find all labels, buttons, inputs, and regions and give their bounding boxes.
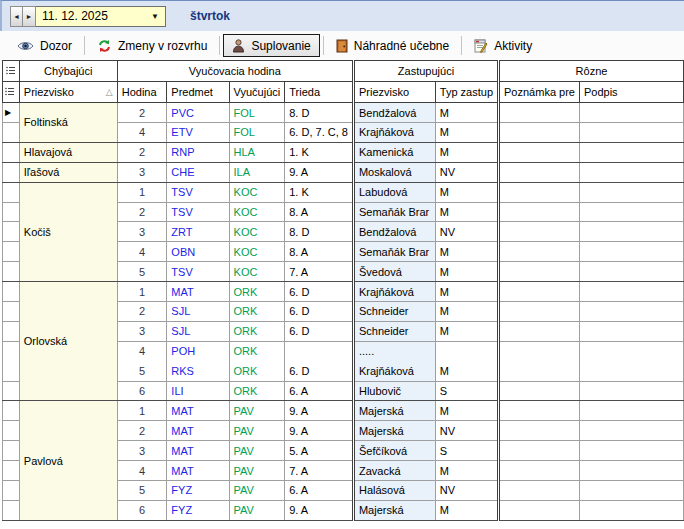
signature-cell[interactable]: [579, 381, 683, 401]
subst-type-cell[interactable]: M: [435, 500, 498, 520]
subject-cell[interactable]: MAT: [167, 282, 229, 302]
subject-cell[interactable]: MAT: [167, 421, 229, 441]
note-cell[interactable]: [499, 481, 580, 501]
substitute-cell[interactable]: Šefčíková: [353, 441, 435, 461]
substitute-cell[interactable]: Schneider: [353, 321, 435, 341]
column-header-podpis[interactable]: Podpis: [579, 82, 683, 103]
class-cell[interactable]: 9. A: [285, 401, 354, 421]
class-cell[interactable]: 9. A: [285, 421, 354, 441]
teacher-code-cell[interactable]: PAV: [229, 441, 285, 461]
signature-cell[interactable]: [579, 461, 683, 481]
signature-cell[interactable]: [579, 282, 683, 302]
tab-dozor[interactable]: Dozor: [8, 34, 81, 57]
row-selector[interactable]: [3, 441, 20, 461]
teacher-code-cell[interactable]: PAV: [229, 421, 285, 441]
subject-cell[interactable]: OBN: [167, 242, 229, 262]
hour-cell[interactable]: 3: [117, 321, 167, 341]
class-cell[interactable]: 8. D: [285, 222, 354, 242]
row-selector[interactable]: [3, 182, 20, 202]
substitute-cell[interactable]: Hlubovič: [353, 381, 435, 401]
class-cell[interactable]: 6. D: [285, 302, 354, 322]
signature-cell[interactable]: [579, 401, 683, 421]
chevron-down-icon[interactable]: ▼: [151, 12, 159, 21]
row-selector[interactable]: [3, 461, 20, 481]
subst-type-cell[interactable]: NV: [435, 222, 498, 242]
row-selector[interactable]: [3, 202, 20, 222]
row-selector[interactable]: [3, 123, 20, 143]
row-selector[interactable]: [3, 282, 20, 302]
subst-type-cell[interactable]: NV: [435, 162, 498, 182]
note-cell[interactable]: [499, 182, 580, 202]
hour-cell[interactable]: 1: [117, 282, 167, 302]
teacher-code-cell[interactable]: ORK: [229, 282, 285, 302]
substitute-cell[interactable]: Zavacká: [353, 461, 435, 481]
teacher-code-cell[interactable]: ORK: [229, 381, 285, 401]
class-cell[interactable]: 6. D, 7. C, 8: [285, 123, 354, 143]
signature-cell[interactable]: [579, 341, 683, 361]
note-cell[interactable]: [499, 461, 580, 481]
subject-cell[interactable]: PVC: [167, 103, 229, 123]
hour-cell[interactable]: 2: [117, 421, 167, 441]
hour-cell[interactable]: 2: [117, 202, 167, 222]
hour-cell[interactable]: 2: [117, 302, 167, 322]
teacher-code-cell[interactable]: KOC: [229, 262, 285, 282]
substitute-cell[interactable]: Krajňáková: [353, 361, 435, 381]
subst-type-cell[interactable]: [435, 341, 498, 361]
note-cell[interactable]: [499, 401, 580, 421]
class-cell[interactable]: 7. A: [285, 262, 354, 282]
class-cell[interactable]: 8. A: [285, 202, 354, 222]
row-selector[interactable]: [3, 222, 20, 242]
prev-day-button[interactable]: ◄: [10, 6, 23, 27]
hour-cell[interactable]: 1: [117, 401, 167, 421]
row-selector[interactable]: [3, 421, 20, 441]
teacher-code-cell[interactable]: FOL: [229, 103, 285, 123]
column-header-priezvisko-substitute[interactable]: Priezvisko: [353, 82, 435, 103]
substitute-cell[interactable]: Majerská: [353, 421, 435, 441]
teacher-code-cell[interactable]: ORK: [229, 361, 285, 381]
row-selector[interactable]: [3, 262, 20, 282]
subject-cell[interactable]: FYZ: [167, 481, 229, 501]
signature-cell[interactable]: [579, 262, 683, 282]
substitute-cell[interactable]: Kamenická: [353, 142, 435, 162]
class-cell[interactable]: 1. K: [285, 142, 354, 162]
signature-cell[interactable]: [579, 182, 683, 202]
class-cell[interactable]: 8. A: [285, 242, 354, 262]
teacher-code-cell[interactable]: ORK: [229, 302, 285, 322]
subst-type-cell[interactable]: M: [435, 282, 498, 302]
signature-cell[interactable]: [579, 103, 683, 123]
hour-cell[interactable]: 3: [117, 162, 167, 182]
subst-type-cell[interactable]: S: [435, 441, 498, 461]
teacher-code-cell[interactable]: KOC: [229, 202, 285, 222]
class-cell[interactable]: 6. D: [285, 321, 354, 341]
class-cell[interactable]: 6. D: [285, 361, 354, 381]
subst-type-cell[interactable]: M: [435, 142, 498, 162]
note-cell[interactable]: [499, 321, 580, 341]
hour-cell[interactable]: 6: [117, 381, 167, 401]
note-cell[interactable]: [499, 242, 580, 262]
row-options-icon[interactable]: [3, 61, 20, 82]
next-day-button[interactable]: ►: [23, 6, 36, 27]
substitute-cell[interactable]: Schneider: [353, 302, 435, 322]
column-header-trieda[interactable]: Trieda: [285, 82, 354, 103]
teacher-code-cell[interactable]: PAV: [229, 481, 285, 501]
note-cell[interactable]: [499, 500, 580, 520]
subject-cell[interactable]: CHE: [167, 162, 229, 182]
hour-cell[interactable]: 4: [117, 123, 167, 143]
signature-cell[interactable]: [579, 202, 683, 222]
signature-cell[interactable]: [579, 321, 683, 341]
row-selector[interactable]: [3, 242, 20, 262]
row-selector[interactable]: [3, 401, 20, 421]
subject-cell[interactable]: TSV: [167, 202, 229, 222]
note-cell[interactable]: [499, 202, 580, 222]
class-cell[interactable]: 5. A: [285, 441, 354, 461]
teacher-code-cell[interactable]: KOC: [229, 222, 285, 242]
signature-cell[interactable]: [579, 302, 683, 322]
row-selector[interactable]: [3, 341, 20, 361]
teacher-code-cell[interactable]: KOC: [229, 182, 285, 202]
subst-type-cell[interactable]: S: [435, 381, 498, 401]
signature-cell[interactable]: [579, 481, 683, 501]
row-selector[interactable]: [3, 481, 20, 501]
row-selector[interactable]: [3, 361, 20, 381]
subst-type-cell[interactable]: M: [435, 123, 498, 143]
substitute-cell[interactable]: Semaňák Brar: [353, 242, 435, 262]
